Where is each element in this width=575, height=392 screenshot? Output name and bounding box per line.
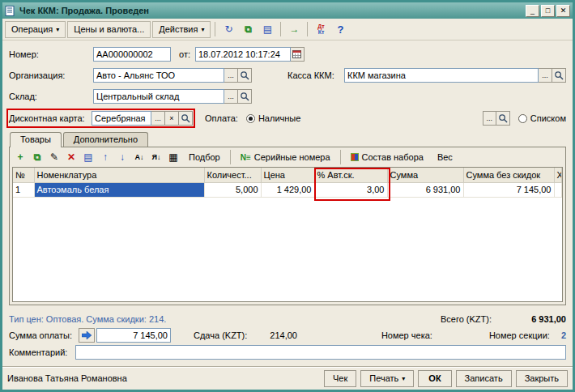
number-input[interactable] <box>93 47 171 62</box>
sort-asc-icon[interactable]: А↓ <box>131 149 147 165</box>
payment-list-radio[interactable] <box>518 114 527 123</box>
window-controls: _ □ ✕ <box>526 5 570 17</box>
calendar-icon[interactable] <box>291 47 305 62</box>
ok-button[interactable]: ОК <box>418 370 451 387</box>
goods-table: № Номенклатура Количест... Цена % Авт.ск… <box>13 168 562 198</box>
serial-numbers-button[interactable]: N≡ Серийные номера <box>234 149 337 165</box>
col-num[interactable]: № <box>13 168 34 182</box>
copy-row-icon[interactable]: ⧉ <box>29 149 45 165</box>
prices-label: Цены и валюта... <box>74 24 144 34</box>
cell-price[interactable]: 1 429,00 <box>261 182 314 197</box>
serial-numbers-label: Серийные номера <box>254 152 330 162</box>
dtkt-icon[interactable]: Дт Кт <box>312 21 330 38</box>
journal-icon[interactable]: ▤ <box>258 21 276 38</box>
footer-bar: Иванова Татьяна Романовна Чек Печать ▾ О… <box>2 366 573 390</box>
toolbar-separator <box>340 150 341 164</box>
dt-label: Дт <box>317 23 324 29</box>
document-header: Номер: от: Организация: ... Касса ККМ: .… <box>2 40 573 130</box>
table-row[interactable]: 1 Автоэмаль белая 5,000 1 429,00 3,00 6 … <box>13 182 562 197</box>
total-label: Всего (KZT): <box>441 314 492 324</box>
magnifier-icon[interactable] <box>179 111 193 126</box>
payment-cash-radio[interactable] <box>246 114 255 123</box>
col-qty[interactable]: Количест... <box>204 168 261 182</box>
discount-payment-row: Дисконтная карта: ... × Оплата: Наличные… <box>9 109 566 128</box>
magnifier-icon[interactable] <box>552 68 566 83</box>
podbor-button[interactable]: Подбор <box>182 149 227 165</box>
weight-button[interactable]: Вес <box>431 149 459 165</box>
set-contents-button[interactable]: Состав набора <box>344 149 430 165</box>
print-button[interactable]: Печать ▾ <box>360 370 414 387</box>
discount-card-label: Дисконтная карта: <box>9 113 92 123</box>
payment-list-label: Списком <box>530 113 566 123</box>
tab-additional[interactable]: Дополнительно <box>63 132 148 147</box>
magnifier-icon[interactable] <box>496 111 510 126</box>
warehouse-row: Склад: ... <box>9 87 566 104</box>
operation-menu-button[interactable]: Операция ▾ <box>5 21 66 38</box>
magnifier-icon[interactable] <box>238 89 252 104</box>
comment-input[interactable] <box>75 345 566 360</box>
close-button[interactable]: ✕ <box>556 5 570 17</box>
warehouse-input[interactable] <box>93 89 224 104</box>
ellipsis-icon[interactable]: ... <box>539 68 552 83</box>
discount-card-input[interactable] <box>92 111 151 126</box>
rows-icon[interactable]: ▤ <box>80 149 96 165</box>
col-nomenclature[interactable]: Номенклатура <box>34 168 204 182</box>
price-type-info[interactable]: Тип цен: Оптовая. Сумма скидки: 214. <box>9 314 166 324</box>
tab-goods[interactable]: Товары <box>10 132 62 147</box>
grid-settings-icon[interactable]: ▦ <box>165 149 181 165</box>
kt-label: Кт <box>317 29 324 35</box>
check-button[interactable]: Чек <box>324 370 356 387</box>
move-down-icon[interactable]: ↓ <box>114 149 130 165</box>
move-up-icon[interactable]: ↑ <box>97 149 113 165</box>
help-icon[interactable]: ? <box>331 21 349 38</box>
maximize-button[interactable]: □ <box>541 5 555 17</box>
close-form-button[interactable]: Закрыть <box>516 370 568 387</box>
organization-row: Организация: ... Касса ККМ: ... <box>9 66 566 83</box>
prices-currency-button[interactable]: Цены и валюта... <box>67 21 151 38</box>
payment-sum-input[interactable] <box>96 328 171 343</box>
table-header-row: № Номенклатура Количест... Цена % Авт.ск… <box>13 168 562 182</box>
ellipsis-icon[interactable]: ... <box>483 111 496 126</box>
ellipsis-icon[interactable]: ... <box>151 111 165 126</box>
ellipsis-icon[interactable]: ... <box>224 89 238 104</box>
titlebar: Чек ККМ: Продажа. Проведен _ □ ✕ <box>2 2 573 19</box>
cell-sum[interactable]: 6 931,00 <box>387 182 463 197</box>
col-discount[interactable]: % Авт.ск. <box>314 168 387 182</box>
cell-qty[interactable]: 5,000 <box>204 182 261 197</box>
date-input[interactable] <box>195 47 291 62</box>
organization-input[interactable] <box>93 68 224 83</box>
warehouse-label: Склад: <box>9 92 93 101</box>
kassa-input[interactable] <box>344 68 539 83</box>
col-char[interactable]: Хар <box>554 168 562 182</box>
cell-char[interactable] <box>554 182 562 197</box>
set-contents-label: Состав набора <box>362 152 424 162</box>
add-row-icon[interactable]: + <box>12 149 28 165</box>
edit-row-icon[interactable]: ✎ <box>46 149 62 165</box>
copies-icon[interactable]: ⧉ <box>239 21 257 38</box>
actions-menu-button[interactable]: Действия ▾ <box>152 21 211 38</box>
sort-desc-icon[interactable]: Я↓ <box>148 149 164 165</box>
cell-discount[interactable]: 3,00 <box>314 182 387 197</box>
cell-sum-no-disc[interactable]: 7 145,00 <box>463 182 554 197</box>
col-sum-no-disc[interactable]: Сумма без скидок <box>463 168 554 182</box>
clear-icon[interactable]: × <box>165 111 179 126</box>
ellipsis-icon[interactable]: ... <box>224 68 238 83</box>
change-value: 214,00 <box>270 330 297 340</box>
go-icon[interactable]: → <box>285 21 303 38</box>
section-number-value: 2 <box>561 330 566 340</box>
post-document-icon[interactable]: ↻ <box>219 21 237 38</box>
minimize-button[interactable]: _ <box>526 5 539 17</box>
col-sum[interactable]: Сумма <box>387 168 463 182</box>
save-button[interactable]: Записать <box>456 370 512 387</box>
payment-arrow-icon[interactable] <box>79 328 95 343</box>
set-contents-icon <box>351 153 359 161</box>
toolbar-separator <box>280 22 281 36</box>
chevron-down-icon: ▾ <box>56 26 59 33</box>
col-price[interactable]: Цена <box>261 168 314 182</box>
kassa-label: Касса ККМ: <box>288 70 344 80</box>
cell-nomenclature[interactable]: Автоэмаль белая <box>34 182 204 197</box>
cell-num[interactable]: 1 <box>13 182 34 197</box>
delete-row-icon[interactable]: ✕ <box>63 149 79 165</box>
operation-label: Операция <box>11 24 53 34</box>
magnifier-icon[interactable] <box>238 68 252 83</box>
